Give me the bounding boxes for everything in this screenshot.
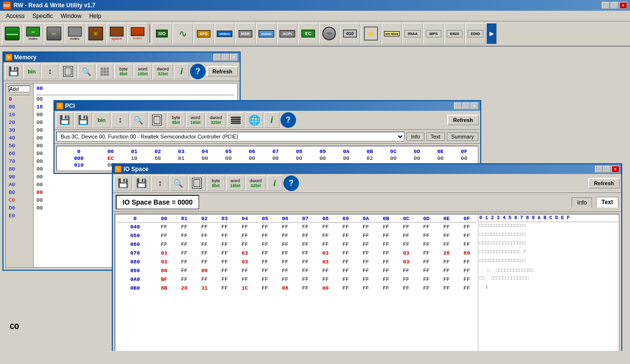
mem-info-btn[interactable]: i (174, 64, 190, 79)
io-info-btn[interactable]: i (267, 175, 282, 191)
mem-search-btn[interactable]: 🔍 (78, 64, 95, 79)
spd-btn[interactable]: SPD (193, 23, 214, 44)
edid-btn[interactable]: EDID (465, 23, 486, 44)
io-icon-btn[interactable]: index (127, 23, 148, 44)
maximize-btn[interactable]: □ (611, 2, 618, 9)
smbios-btn[interactable]: sm bios (382, 23, 402, 44)
usb-btn[interactable]: ⚡ (361, 23, 381, 44)
io-arrow-btn[interactable]: ↕ (151, 175, 169, 191)
word-bits: 16bit (138, 71, 148, 76)
mmio-btn[interactable]: mmio (256, 23, 277, 44)
io-close[interactable]: × (612, 166, 619, 173)
menu-access[interactable]: Access (2, 12, 29, 20)
more-btn[interactable]: ▶ (486, 23, 497, 44)
pci-bin-btn[interactable]: bin (93, 112, 110, 128)
mem-refresh-btn[interactable]: Refresh (207, 66, 238, 77)
mem-chip2-btn[interactable]: ▪▪▪ (44, 23, 64, 44)
pci-close[interactable]: × (471, 103, 478, 109)
io-content-area: 0 00 01 02 03 04 05 06 07 08 09 0A (115, 214, 619, 351)
dword-bits: 32bit (158, 71, 168, 76)
io-controls: _ □ × (595, 166, 619, 173)
pci-tab-summary[interactable]: Summary (447, 132, 478, 141)
io-minimize[interactable]: _ (595, 166, 603, 173)
io-word-btn[interactable]: word 16bit (226, 175, 245, 191)
io-tab-text[interactable]: Text (596, 197, 618, 208)
pci-word-btn[interactable]: word 16bit (186, 112, 205, 128)
pci-save-btn[interactable]: 💾 (56, 112, 73, 128)
io-base-row: IO Space Base = 0000 Info Text (113, 193, 621, 212)
pci-help-btn[interactable]: ? (280, 112, 296, 128)
sio-btn[interactable]: SIO (152, 23, 172, 44)
msr-btn[interactable]: MSR (235, 23, 256, 44)
text-row: □□□□□□□□□□□□□□ / (479, 249, 618, 258)
pci-search-btn[interactable]: 🔍 (130, 112, 147, 128)
pci-arrow-btn[interactable]: ↕ (111, 112, 129, 128)
pci-device-select[interactable]: Bus 3C, Device 00, Function 00 - Realtek… (56, 132, 404, 141)
mem-save-btn[interactable]: 💾 (5, 64, 22, 79)
pci-titlebar[interactable]: P PCI _ □ × (54, 101, 480, 111)
pci-icon: P (56, 103, 63, 109)
pci-minimize[interactable]: _ (454, 103, 462, 109)
mem-minimize[interactable]: _ (213, 54, 221, 61)
mem-dword-btn[interactable]: dword 32bit (153, 64, 173, 79)
mem-maximize[interactable]: □ (222, 54, 229, 61)
io-titlebar[interactable]: I IO Space _ □ × (113, 164, 621, 174)
menu-specific[interactable]: Specific (29, 12, 57, 20)
55aa-btn[interactable]: 55AA (402, 23, 423, 44)
io-refresh-btn[interactable]: Refresh (588, 178, 620, 189)
memory-addr-col: 0 00 10 20 30 40 50 60 70 80 90 A0 B0 C0… (6, 84, 34, 267)
text-row: ゟ □ □□□□□□□□□□□□□ (479, 267, 618, 276)
minimize-btn[interactable]: _ (602, 2, 610, 9)
memory-titlebar[interactable]: M Memory _ □ × (3, 52, 240, 62)
pci-dword-btn[interactable]: dword 32bit (206, 112, 226, 128)
pci-save2-btn[interactable]: 💾 (74, 112, 92, 128)
close-btn[interactable]: × (619, 2, 627, 9)
e820-btn[interactable]: E820 (444, 23, 465, 44)
pci-globe-btn[interactable]: 🌐 (245, 112, 263, 128)
pci-tab-text[interactable]: Text (426, 132, 445, 141)
memory-addr-input[interactable] (9, 86, 30, 92)
io-save-btn[interactable]: 💾 (114, 175, 132, 191)
pci-info-btn[interactable]: i (264, 112, 280, 128)
io-help-btn[interactable]: ? (283, 175, 299, 191)
io-tab-info[interactable]: Info (572, 197, 592, 208)
space-btn[interactable]: space (106, 23, 127, 44)
acpi-btn[interactable]: ACPI (277, 23, 298, 44)
mem-bin-btn[interactable]: bin (23, 64, 41, 79)
pci-pages-btn[interactable] (148, 112, 166, 128)
mem-close[interactable]: × (230, 54, 238, 61)
io-save2-btn[interactable]: 💾 (133, 175, 150, 191)
io-maximize[interactable]: □ (603, 166, 611, 173)
smbus-btn[interactable]: smbus (214, 23, 235, 44)
pci-list-btn[interactable] (227, 112, 245, 128)
io-byte-btn[interactable]: byte 8bit (207, 175, 225, 191)
ec-btn[interactable]: EC (298, 23, 318, 44)
pci-toolbar: 💾 💾 bin ↕ 🔍 byte 8bit word 16bit dword 3… (54, 111, 480, 130)
menu-window[interactable]: Window (57, 12, 86, 20)
mem-arrow-btn[interactable]: ↕ (41, 64, 59, 79)
pci-refresh-btn[interactable]: Refresh (447, 115, 479, 125)
hdd-btn[interactable]: HD (319, 23, 339, 44)
010-btn[interactable]: 010 (340, 23, 360, 44)
wave-btn[interactable]: ∿ (173, 23, 193, 44)
pci-controls: _ □ × (454, 103, 478, 109)
pci-tab-info[interactable]: Info (406, 132, 424, 141)
mem-grid-btn[interactable] (96, 64, 114, 79)
menu-bar: Access Specific Window Help (0, 11, 630, 21)
mem-chip-btn[interactable]: ▬▬▬ (2, 23, 22, 44)
mem-help-btn[interactable]: ? (190, 64, 206, 79)
io-dword-btn[interactable]: dword 32bit (245, 175, 266, 191)
io-search-btn[interactable]: 🔍 (170, 175, 187, 191)
mem-word-btn[interactable]: word 16bit (134, 64, 152, 79)
pci-maximize[interactable]: □ (462, 103, 470, 109)
menu-help[interactable]: Help (85, 12, 105, 20)
mps-btn[interactable]: MPS (423, 23, 444, 44)
mem-pages-btn[interactable] (60, 64, 77, 79)
mem-index-btn[interactable]: ▬ index (23, 23, 43, 44)
mem-index2-btn[interactable]: index (65, 23, 85, 44)
io-pages-btn[interactable] (188, 175, 206, 191)
mem-byte-btn[interactable]: byte 8bit (114, 64, 133, 79)
pci-byte-btn[interactable]: byte 8bit (167, 112, 185, 128)
pci-icon-btn[interactable]: ⊞ (86, 23, 106, 44)
io-hex-table: 0 00 01 02 03 04 05 06 07 08 09 0A (116, 215, 477, 293)
